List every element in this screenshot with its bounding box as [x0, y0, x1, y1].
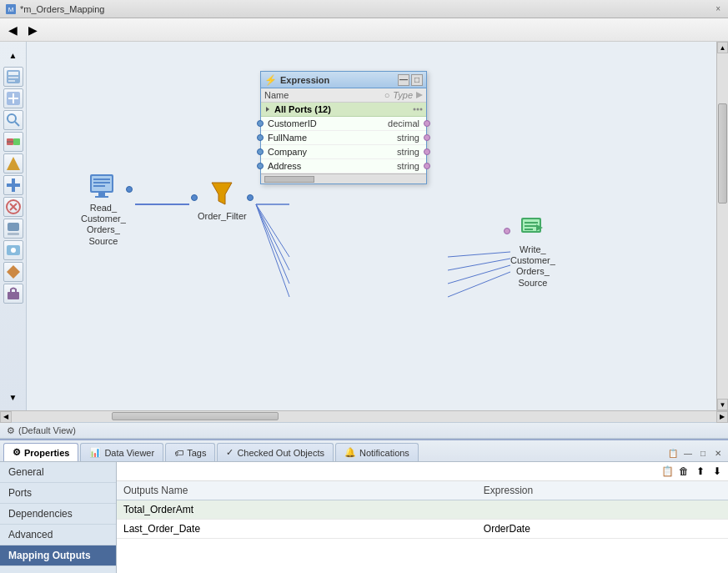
- svg-line-28: [448, 265, 510, 284]
- tool-button-3[interactable]: [3, 110, 23, 130]
- horizontal-scrollbar[interactable]: ◀ ▶: [0, 410, 728, 422]
- scrollbar-track[interactable]: [717, 53, 728, 399]
- all-ports-section[interactable]: All Ports (12): [261, 103, 426, 117]
- svg-marker-22: [7, 265, 20, 279]
- title-bar: M *m_Orders_Mapping ×: [0, 0, 728, 18]
- scroll-up-arrow[interactable]: ▲: [717, 42, 728, 53]
- expr-row-0[interactable]: CustomerID decimal: [261, 117, 426, 131]
- move-down-button[interactable]: ⬇: [710, 464, 725, 479]
- expr-scroll-thumb[interactable]: [264, 176, 314, 183]
- tool-button-7[interactable]: [3, 197, 23, 217]
- expr-row-3[interactable]: Address string: [261, 159, 426, 173]
- port-right-0: [424, 120, 430, 127]
- svg-marker-14: [7, 157, 20, 170]
- port-right-2: [424, 148, 430, 155]
- svg-rect-16: [12, 178, 15, 192]
- tab-action-new[interactable]: 📋: [666, 446, 680, 460]
- expr-row-2[interactable]: Company string: [261, 145, 426, 159]
- svg-line-10: [15, 122, 19, 126]
- tool-button-4[interactable]: [3, 132, 23, 152]
- tab-tags[interactable]: 🏷 Tags: [165, 443, 215, 461]
- properties-toolbar: 📋 🗑 ⬆ ⬇: [117, 462, 728, 481]
- tags-tab-label: Tags: [187, 448, 206, 458]
- tool-button-10[interactable]: [3, 262, 23, 282]
- svg-point-46: [420, 108, 423, 111]
- close-tab-button[interactable]: ×: [713, 4, 723, 13]
- scrollbar-thumb[interactable]: [718, 103, 727, 204]
- svg-point-9: [8, 114, 16, 123]
- port-left-1: [257, 134, 264, 141]
- table-row[interactable]: Total_OrderAmt: [117, 500, 728, 520]
- filter-node[interactable]: Order_Filter: [198, 179, 247, 222]
- scroll-up-button[interactable]: ▲: [3, 45, 23, 65]
- panel-content: General Ports Dependencies Advanced Mapp…: [0, 462, 728, 573]
- tool-button-11[interactable]: [3, 284, 23, 304]
- h-scroll-right-arrow[interactable]: ▶: [716, 411, 728, 423]
- forward-button[interactable]: ▶: [23, 21, 42, 39]
- app-icon: M: [5, 3, 17, 15]
- nav-item-ports[interactable]: Ports: [0, 483, 116, 504]
- nav-item-mapping-outputs[interactable]: Mapping Outputs: [0, 545, 116, 566]
- tool-button-9[interactable]: [3, 240, 23, 260]
- nav-item-general[interactable]: General: [0, 462, 116, 483]
- port-left-0: [257, 120, 264, 127]
- write-node[interactable]: Write_ Customer_ Orders_ Source: [510, 213, 555, 289]
- maximize-button[interactable]: □: [411, 74, 423, 86]
- svg-line-27: [448, 259, 510, 270]
- table-row[interactable]: Last_Order_Date OrderDate: [117, 520, 728, 539]
- scroll-down-arrow[interactable]: ▼: [717, 399, 728, 410]
- scroll-down-button[interactable]: ▼: [3, 387, 23, 407]
- read-node[interactable]: Read_ Customer_ Orders_ Source: [81, 171, 126, 247]
- tab-checked-out[interactable]: ✓ Checked Out Objects: [217, 443, 334, 461]
- minimize-button[interactable]: —: [398, 74, 409, 86]
- tool-button-8[interactable]: [3, 219, 23, 239]
- delete-button[interactable]: 🗑: [676, 464, 691, 479]
- expression-icon: ⚡: [264, 74, 277, 86]
- h-scroll-track[interactable]: [12, 411, 716, 422]
- svg-rect-23: [8, 292, 19, 299]
- svg-point-21: [11, 248, 16, 253]
- move-up-button[interactable]: ⬆: [693, 464, 708, 479]
- expr-horizontal-scrollbar[interactable]: [261, 173, 426, 183]
- expression-header-cell: Expression: [477, 481, 728, 500]
- copy-button[interactable]: 📋: [660, 464, 675, 479]
- svg-rect-41: [95, 196, 108, 198]
- tab-notifications[interactable]: 🔔 Notifications: [335, 443, 419, 461]
- tab-action-maximize[interactable]: □: [696, 446, 710, 460]
- read-node-icon: [88, 171, 118, 201]
- expression-title-bar: ⚡ Expression — □: [261, 72, 426, 88]
- port-left-2: [257, 148, 264, 155]
- name-column-header: Name: [264, 90, 384, 100]
- data-viewer-tab-label: Data Viewer: [104, 448, 154, 458]
- main-toolbar: ◀ ▶: [0, 18, 728, 42]
- vertical-scrollbar[interactable]: ▲ ▼: [716, 42, 728, 410]
- svg-rect-5: [8, 80, 15, 82]
- tab-action-close[interactable]: ✕: [711, 446, 725, 460]
- h-scroll-left-arrow[interactable]: ◀: [0, 411, 12, 423]
- outputs-name-header: Outputs Name: [117, 481, 477, 500]
- window-title: *m_Orders_Mapping: [20, 4, 713, 14]
- tool-button-6[interactable]: [3, 175, 23, 195]
- expression-table[interactable]: ⚡ Expression — □ Name ○ Type All Ports (…: [260, 71, 427, 184]
- svg-line-31: [256, 204, 289, 257]
- tab-actions: 📋 — □ ✕: [666, 446, 725, 461]
- expression-title-buttons: — □: [398, 74, 423, 86]
- nav-item-dependencies[interactable]: Dependencies: [0, 504, 116, 525]
- back-button[interactable]: ◀: [3, 21, 22, 39]
- svg-rect-3: [8, 72, 18, 75]
- nav-item-advanced[interactable]: Advanced: [0, 525, 116, 545]
- status-text: (Default View): [18, 425, 76, 435]
- tab-properties[interactable]: ⚙ Properties: [3, 443, 78, 461]
- tab-action-minimize[interactable]: —: [681, 446, 695, 460]
- h-scroll-thumb[interactable]: [112, 412, 279, 420]
- tool-button-2[interactable]: [3, 88, 23, 108]
- expr-row-1[interactable]: FullName string: [261, 131, 426, 145]
- status-bar: ⚙ (Default View): [0, 422, 728, 439]
- tool-button-5[interactable]: [3, 153, 23, 173]
- notifications-tab-label: Notifications: [359, 448, 409, 458]
- svg-rect-4: [8, 77, 18, 78]
- tab-data-viewer[interactable]: 📊 Data Viewer: [80, 443, 163, 461]
- tool-button-1[interactable]: [3, 67, 23, 87]
- mapping-canvas[interactable]: Read_ Customer_ Orders_ Source Order_Fil…: [27, 42, 716, 410]
- type-column-header: ○ Type: [384, 90, 423, 100]
